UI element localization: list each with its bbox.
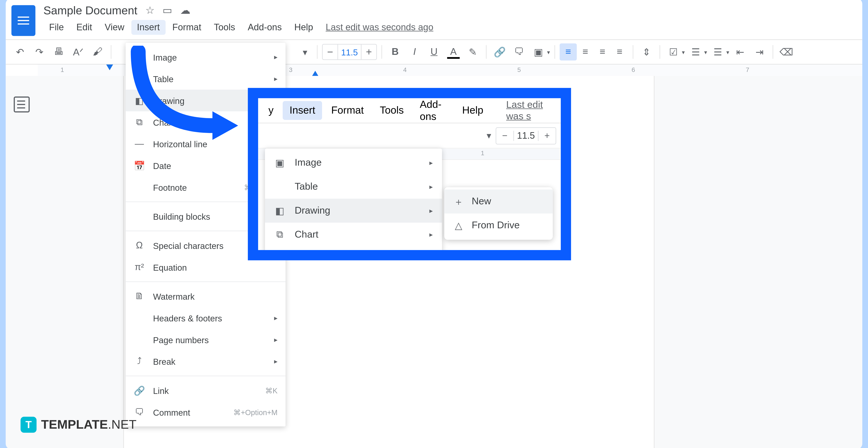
inset-menu-tools[interactable]: Tools — [373, 101, 411, 120]
menu-file[interactable]: File — [43, 20, 69, 35]
margin-marker-icon[interactable] — [312, 71, 319, 76]
move-folder-icon[interactable]: ▭ — [162, 4, 172, 17]
numbered-list-button[interactable]: ☰ — [709, 43, 726, 60]
insert-item-table[interactable]: Table▸ — [126, 68, 286, 90]
chart-icon: ⧉ — [274, 229, 285, 240]
inset-ruler-num: 1 — [481, 150, 485, 157]
insert-item-watermark[interactable]: 🗎Watermark — [126, 286, 286, 307]
bulleted-list-button[interactable]: ☰ — [687, 43, 704, 60]
inset-last-edit[interactable]: Last edit was s — [499, 96, 557, 125]
docs-logo-icon[interactable] — [11, 5, 35, 36]
insert-item-link[interactable]: 🔗Link⌘K — [126, 380, 286, 401]
hline-icon: — — [274, 253, 285, 260]
italic-button[interactable]: I — [406, 43, 423, 60]
inset-insert-table[interactable]: Table▸ — [265, 175, 442, 199]
line-spacing-button[interactable]: ⇕ — [638, 43, 655, 60]
spellcheck-button[interactable]: Aᐟ — [70, 43, 87, 60]
toolbar-separator — [111, 45, 112, 59]
insert-item-break[interactable]: ⤴Break▸ — [126, 351, 286, 372]
watermark-bold: TEMPLATE — [41, 417, 108, 431]
inset-menu-insert[interactable]: Insert — [283, 101, 322, 120]
highlight-button[interactable]: ✎ — [464, 43, 482, 60]
last-edit-link[interactable]: Last edit was seconds ago — [326, 22, 433, 33]
image-icon: ▣ — [274, 157, 285, 169]
underline-button[interactable]: U — [426, 43, 442, 60]
drawing-sub-new[interactable]: ＋New — [444, 190, 553, 214]
submenu-arrow-icon: ▸ — [429, 159, 433, 167]
increase-indent-button[interactable]: ⇥ — [751, 43, 768, 60]
drawing-sub-from-drive[interactable]: △From Drive — [444, 214, 553, 237]
text-color-button[interactable]: A — [445, 43, 462, 60]
cloud-status-icon: ☁ — [180, 4, 190, 17]
inset-insert-menu: ▣Image▸Table▸◧Drawing▸⧉Chart▸—Horizontal… — [265, 148, 442, 260]
font-family-select[interactable]: ▾ — [289, 43, 312, 60]
menu-bar: FileEditViewInsertFormatToolsAdd-onsHelp… — [43, 20, 857, 35]
clear-formatting-button[interactable]: ⌫ — [778, 43, 795, 60]
document-title[interactable]: Sample Document — [43, 4, 137, 17]
insert-item-image[interactable]: ▣Image▸ — [126, 46, 286, 68]
font-size-control: − 11.5 + — [322, 44, 377, 60]
menu-edit[interactable]: Edit — [71, 20, 98, 35]
insert-image-button[interactable]: ▣ — [530, 43, 547, 60]
break-icon: ⤴ — [134, 356, 145, 366]
menu-view[interactable]: View — [99, 20, 130, 35]
inset-menu-add-ons[interactable]: Add-ons — [413, 95, 453, 126]
shortcut-label: ⌘+Option+M — [234, 408, 277, 416]
redo-button[interactable]: ↷ — [31, 43, 48, 60]
image-caret-icon[interactable]: ▾ — [547, 49, 550, 55]
inset-insert-image[interactable]: ▣Image▸ — [265, 151, 442, 175]
font-size-value[interactable]: 11.5 — [338, 44, 362, 60]
inset-insert-chart[interactable]: ⧉Chart▸ — [265, 223, 442, 247]
inset-insert-horizontal-line[interactable]: —Horizontal line — [265, 247, 442, 260]
paint-format-button[interactable]: 🖌 — [89, 43, 106, 60]
menu-add-ons[interactable]: Add-ons — [242, 20, 287, 35]
drawing-icon: ◧ — [274, 205, 285, 217]
align-right-button[interactable]: ≡ — [594, 43, 611, 60]
bold-button[interactable]: B — [386, 43, 404, 60]
menu-tools[interactable]: Tools — [208, 20, 241, 35]
insert-link-button[interactable]: 🔗 — [491, 43, 508, 60]
undo-button[interactable]: ↶ — [11, 43, 28, 60]
ruler-num: 1 — [61, 66, 64, 73]
watermark-logo-icon: T — [21, 417, 37, 433]
align-center-button[interactable]: ≡ — [577, 43, 594, 60]
submenu-arrow-icon: ▸ — [429, 207, 433, 215]
inset-font-size-control: − 11.5 + — [496, 127, 556, 144]
omega-icon: Ω — [134, 241, 145, 251]
insert-item-comment[interactable]: 🗨Comment⌘+Option+M — [126, 401, 286, 423]
inset-menu-help[interactable]: Help — [455, 101, 490, 120]
insert-item-headers-footers[interactable]: Headers & footers▸ — [126, 307, 286, 329]
insert-comment-button[interactable]: 🗨 — [510, 43, 528, 60]
ruler-num: 4 — [403, 66, 407, 73]
watermark-light: .NET — [108, 417, 136, 431]
inset-toolbar: ▾ − 11.5 + — [258, 123, 561, 148]
menu-divider — [126, 376, 286, 376]
print-button[interactable]: 🖶 — [50, 43, 67, 60]
submenu-arrow-icon: ▸ — [274, 75, 277, 83]
menu-help[interactable]: Help — [288, 20, 319, 35]
submenu-arrow-icon: ▸ — [274, 53, 277, 61]
menu-insert[interactable]: Insert — [131, 20, 165, 35]
inset-menu-format[interactable]: Format — [324, 101, 371, 120]
outline-icon[interactable] — [14, 96, 30, 113]
inset-font-decrease[interactable]: − — [496, 130, 514, 141]
inset-insert-drawing[interactable]: ◧Drawing▸ — [265, 199, 442, 223]
inset-menu-y[interactable]: y — [261, 101, 280, 120]
pi-icon: π² — [134, 262, 145, 272]
plus-icon: ＋ — [453, 195, 464, 208]
inset-font-size-value[interactable]: 11.5 — [514, 130, 538, 141]
indent-marker-icon[interactable] — [106, 64, 113, 70]
ruler-num: 3 — [289, 66, 292, 73]
align-justify-button[interactable]: ≡ — [611, 43, 628, 60]
font-size-increase[interactable]: + — [362, 46, 376, 58]
menu-format[interactable]: Format — [166, 20, 207, 35]
star-icon[interactable]: ☆ — [146, 4, 155, 17]
font-size-decrease[interactable]: − — [322, 46, 338, 58]
checklist-button[interactable]: ☑ — [665, 43, 682, 60]
watermark: T TEMPLATE.NET — [21, 417, 137, 433]
ruler-num: 6 — [632, 66, 635, 73]
inset-font-increase[interactable]: + — [538, 130, 556, 141]
align-left-button[interactable]: ≡ — [560, 43, 577, 60]
insert-item-page-numbers[interactable]: Page numbers▸ — [126, 329, 286, 351]
decrease-indent-button[interactable]: ⇤ — [732, 43, 749, 60]
